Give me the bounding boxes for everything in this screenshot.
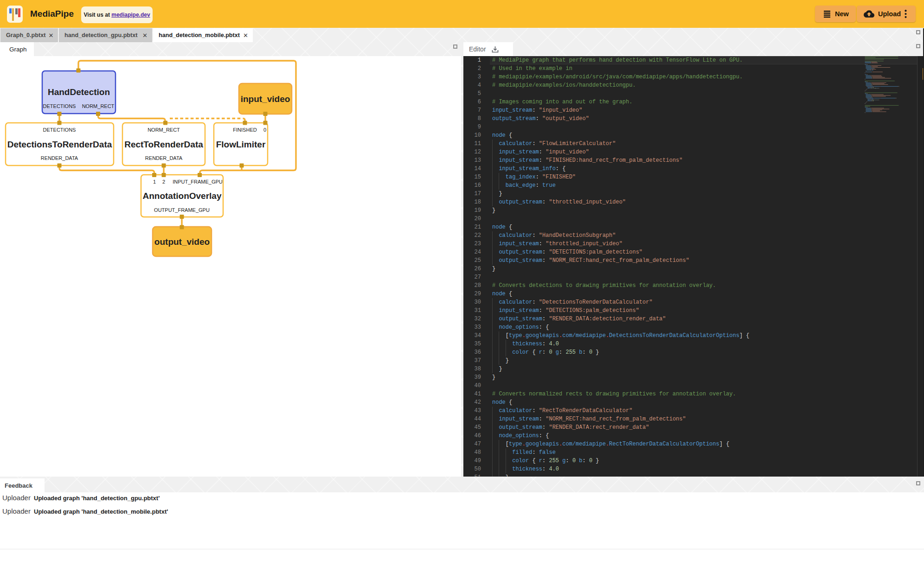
svg-text:DetectionsToRenderData: DetectionsToRenderData <box>7 140 112 149</box>
svg-text:HandDetection: HandDetection <box>48 87 110 97</box>
svg-text:2: 2 <box>162 179 165 185</box>
svg-text:DETECTIONS: DETECTIONS <box>43 103 76 109</box>
svg-text:NORM_RECT: NORM_RECT <box>82 103 115 109</box>
svg-text:OUTPUT_FRAME_GPU: OUTPUT_FRAME_GPU <box>154 207 210 213</box>
svg-text:output_video: output_video <box>154 237 210 247</box>
svg-text:FINISHED: FINISHED <box>233 127 257 133</box>
svg-text:RENDER_DATA: RENDER_DATA <box>41 155 78 161</box>
svg-text:INPUT_FRAME_GPU: INPUT_FRAME_GPU <box>173 179 223 185</box>
svg-text:1: 1 <box>153 179 156 185</box>
svg-text:RectToRenderData: RectToRenderData <box>124 140 203 149</box>
svg-text:FlowLimiter: FlowLimiter <box>216 140 266 149</box>
svg-text:RENDER_DATA: RENDER_DATA <box>145 155 183 161</box>
svg-text:AnnotationOverlay: AnnotationOverlay <box>143 191 222 201</box>
svg-text:input_video: input_video <box>241 94 290 104</box>
svg-text:0: 0 <box>263 127 266 133</box>
svg-text:DETECTIONS: DETECTIONS <box>43 127 76 133</box>
svg-text:NORM_RECT: NORM_RECT <box>148 127 180 133</box>
